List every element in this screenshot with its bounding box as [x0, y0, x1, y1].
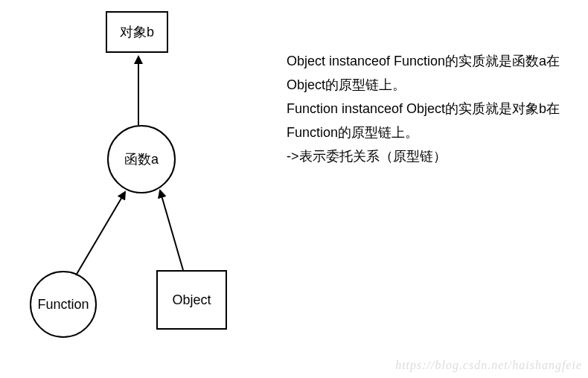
- node-object-b: 对象b: [106, 11, 168, 53]
- node-object: Object: [156, 270, 227, 330]
- watermark: https://blog.csdn.net/haishangfeie: [395, 359, 582, 372]
- node-func-a-label: 函数a: [124, 150, 159, 168]
- node-object-label: Object: [172, 292, 211, 308]
- node-object-b-label: 对象b: [120, 23, 154, 41]
- node-func-a: 函数a: [107, 125, 176, 193]
- node-function-label: Function: [37, 297, 89, 313]
- node-function: Function: [30, 271, 97, 338]
- explanation-line-1: Object instanceof Function的实质就是函数a在Objec…: [287, 49, 577, 97]
- explanation-line-3: ->表示委托关系（原型链）: [287, 144, 577, 168]
- arrow-object-to-funca: [160, 190, 183, 270]
- prototype-chain-diagram: 对象b 函数a Function Object: [0, 0, 261, 378]
- explanation-text: Object instanceof Function的实质就是函数a在Objec…: [287, 49, 577, 168]
- explanation-line-2: Function instanceof Object的实质就是对象b在Funct…: [287, 97, 577, 144]
- arrow-function-to-funca: [76, 192, 125, 275]
